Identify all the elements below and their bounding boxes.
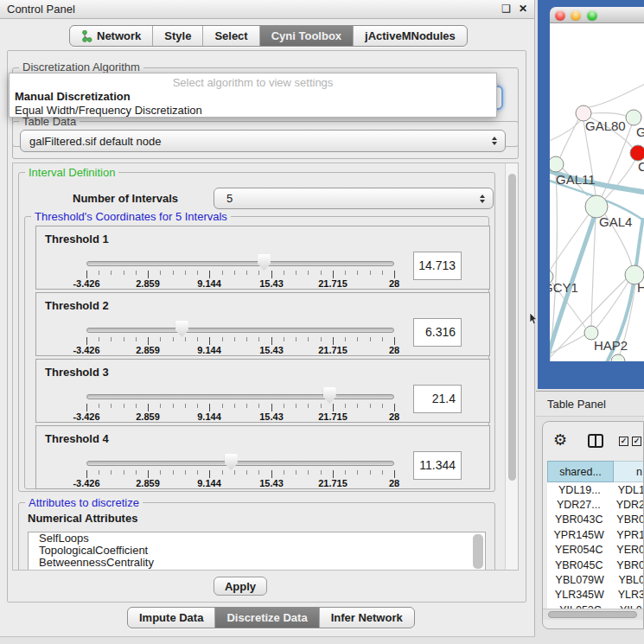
network-window-titlebar[interactable]: [550, 7, 644, 23]
threshold-2-value-field[interactable]: 6.316: [413, 318, 462, 347]
threshold-1-panel: Threshold 1 -3.426 2.859 9.144 15.43 21.…: [35, 226, 490, 290]
slider-tick-marks: [86, 470, 395, 478]
node-gal11[interactable]: [550, 156, 564, 172]
table-row[interactable]: YDR27... YDR2: [547, 497, 644, 512]
number-of-intervals-value: 5: [226, 192, 233, 205]
threshold-3-panel: Threshold 3 -3.426 2.859 9.144 15.43 21.…: [35, 359, 490, 423]
threshold-1-value-field[interactable]: 14.713: [413, 252, 462, 280]
threshold-2-panel: Threshold 2 -3.426 2.859 9.144 15.43 21.…: [35, 292, 490, 356]
tab-discretize-data[interactable]: Discretize Data: [215, 608, 319, 628]
table-row[interactable]: YER054C YER0: [547, 543, 644, 558]
table-data-group: Table Data galFiltered.sif default node: [12, 121, 519, 159]
tab-cyni-toolbox[interactable]: Cyni Toolbox: [260, 26, 354, 46]
list-item[interactable]: SelfLoops: [29, 532, 485, 545]
label-hap2: HAP2: [594, 338, 628, 353]
table-row[interactable]: YBR045C YBR0: [547, 558, 644, 572]
list-scrollbar[interactable]: [473, 534, 483, 569]
label-gal4: GAL4: [599, 214, 632, 229]
list-item[interactable]: TopologicalCoefficient: [29, 545, 485, 557]
thresholds-coordinates-title: Threshold's Coordinates for 5 Intervals: [31, 210, 231, 223]
threshold-3-label: Threshold 3: [45, 366, 109, 379]
table-header-row: shared... n: [547, 461, 644, 482]
label-partial-mid-right: H: [637, 280, 644, 295]
threshold-2-label: Threshold 2: [45, 299, 109, 312]
tab-infer-network[interactable]: Infer Network: [320, 608, 414, 628]
interval-definition-group: Interval Definition Number of Intervals …: [18, 172, 495, 492]
scrollbar-thumb[interactable]: [508, 174, 516, 481]
apply-button[interactable]: Apply: [214, 577, 267, 596]
threshold-3-value-field[interactable]: 21.4: [413, 385, 462, 413]
column-header-name[interactable]: n: [614, 461, 644, 482]
table-panel-title: Table Panel: [547, 398, 606, 411]
table-row[interactable]: YBR043C YBR0: [547, 513, 644, 527]
node-attribute-table: shared... n YDL19... YDL1 YDR27... YDR2 …: [547, 461, 644, 609]
bottom-tabstrip: Impute Data Discretize Data Infer Networ…: [127, 607, 415, 628]
threshold-1-label: Threshold 1: [45, 233, 109, 245]
numerical-attributes-label: Numerical Attributes: [28, 512, 137, 525]
label-gal11: GAL11: [556, 172, 596, 187]
tab-network-label: Network: [97, 29, 141, 42]
discretization-algorithm-group-title: Discretization Algorithm: [19, 61, 143, 73]
checkbox-icon[interactable]: ✓: [632, 437, 641, 446]
threshold-4-slider-thumb[interactable]: [225, 454, 238, 470]
threshold-3-slider-track[interactable]: [86, 394, 394, 399]
close-icon[interactable]: ✕: [519, 3, 527, 15]
combo-stepper-icon: [480, 194, 485, 203]
dropdown-option-manual-discretization[interactable]: Manual Discretization: [15, 90, 131, 103]
split-columns-icon[interactable]: [588, 434, 603, 448]
control-panel-window: Control Panel ❑ ✕ Network Style Select C…: [0, 0, 535, 637]
control-panel-titlebar: Control Panel ❑ ✕: [0, 0, 534, 19]
table-data-selected-value: galFiltered.sif default node: [29, 135, 161, 148]
threshold-4-label: Threshold 4: [45, 432, 109, 445]
table-horizontal-scrollbar[interactable]: [543, 609, 644, 620]
tab-impute-data[interactable]: Impute Data: [128, 608, 215, 628]
dropdown-hint: Select algorithm to view settings: [10, 76, 496, 89]
zoom-traffic-light-icon[interactable]: [587, 10, 597, 21]
dropdown-option-equal-width-frequency[interactable]: Equal Width/Frequency Discretization: [15, 104, 202, 117]
table-row[interactable]: YBL079W YBL0: [547, 572, 644, 587]
node-bottom-partial[interactable]: [611, 354, 625, 361]
settings-scroll-area: Interval Definition Number of Intervals …: [12, 163, 519, 571]
network-nodes[interactable]: [550, 105, 644, 361]
close-traffic-light-icon[interactable]: [555, 10, 565, 21]
thresholds-coordinates-group: Threshold's Coordinates for 5 Intervals …: [24, 216, 489, 489]
column-header-shared-name[interactable]: shared...: [547, 461, 614, 482]
tab-jactivemnodules[interactable]: jActiveMNodules: [354, 26, 467, 46]
network-canvas[interactable]: GAL80 GA C GAL11 GAL4 GCY1 H HAP2: [550, 23, 644, 361]
float-window-icon[interactable]: ❑: [501, 3, 511, 15]
slider-tick-marks: [86, 271, 395, 278]
network-graph: GAL80 GA C GAL11 GAL4 GCY1 H HAP2: [550, 23, 644, 361]
threshold-2-slider-thumb[interactable]: [175, 321, 188, 337]
list-item[interactable]: BetweennessCentrality: [29, 557, 485, 569]
node-top-right[interactable]: [626, 110, 641, 125]
algorithm-dropdown-popup: Select algorithm to view settings Manual…: [9, 73, 497, 118]
tab-select[interactable]: Select: [203, 26, 259, 46]
gear-icon[interactable]: ⚙: [553, 430, 567, 450]
settings-vertical-scrollbar[interactable]: [505, 163, 518, 570]
table-row[interactable]: YLR345W YLR3: [547, 588, 644, 603]
threshold-4-slider-track[interactable]: [86, 461, 394, 466]
table-data-combobox[interactable]: galFiltered.sif default node: [20, 130, 506, 152]
threshold-4-value-field[interactable]: 11.344: [413, 451, 462, 480]
minimize-traffic-light-icon[interactable]: [571, 10, 581, 21]
threshold-3-slider-thumb[interactable]: [323, 387, 336, 404]
table-row[interactable]: YDL19... YDL1: [547, 482, 644, 497]
threshold-2-slider-track[interactable]: [86, 328, 394, 333]
table-panel-header: Table Panel: [536, 391, 644, 417]
table-row[interactable]: YPR145W YPR1: [547, 527, 644, 542]
label-gal80: GAL80: [585, 118, 626, 133]
attributes-group-title: Attributes to discretize: [25, 496, 143, 509]
numerical-attributes-list[interactable]: SelfLoops TopologicalCoefficient Between…: [28, 532, 486, 571]
tab-network[interactable]: Network: [70, 26, 153, 46]
slider-tick-marks: [86, 404, 395, 411]
threshold-1-slider-track[interactable]: [86, 261, 394, 266]
label-gcy1: GCY1: [550, 280, 578, 295]
table-row[interactable]: YIL052C YIL0: [547, 603, 644, 609]
number-of-intervals-combobox[interactable]: 5: [214, 188, 494, 209]
checkbox-icon[interactable]: ✓: [619, 437, 628, 446]
network-icon: [81, 30, 92, 42]
threshold-4-panel: Threshold 4 -3.426 2.859 9.144 15.43 21.…: [35, 425, 490, 489]
scrollbar-thumb[interactable]: [548, 611, 637, 618]
tab-style[interactable]: Style: [153, 26, 203, 46]
threshold-1-slider-thumb[interactable]: [258, 254, 271, 271]
